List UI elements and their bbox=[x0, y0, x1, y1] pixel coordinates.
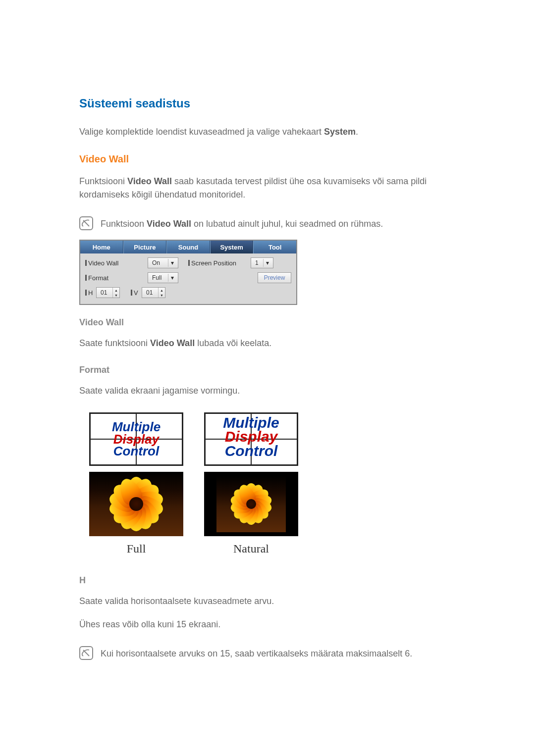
tabs-row: Home Picture Sound System Tool bbox=[80, 241, 296, 253]
svw-post: lubada või keelata. bbox=[195, 338, 271, 348]
note-text-1: Funktsioon Video Wall on lubatud ainult … bbox=[101, 216, 383, 231]
format-label-natural: Natural bbox=[233, 542, 269, 555]
label-v: V bbox=[131, 289, 139, 297]
diagram-text-natural: Multiple Display Control bbox=[223, 416, 279, 458]
dropdown-format[interactable]: Full ▾ bbox=[148, 272, 178, 283]
format-col-natural: Multiple Display Control Natural bbox=[204, 412, 298, 555]
note1-pre: Funktsioon bbox=[101, 219, 147, 229]
chevron-down-icon: ▾ bbox=[168, 259, 176, 267]
tab-picture[interactable]: Picture bbox=[123, 241, 167, 253]
note1-bold: Video Wall bbox=[147, 219, 191, 229]
sub-video-wall-text: Saate funktsiooni Video Wall lubada või … bbox=[79, 337, 456, 350]
note1-post: on lubatud ainult juhul, kui seadmed on … bbox=[191, 219, 383, 229]
format-col-full: Multiple Display Control Full bbox=[89, 412, 183, 555]
flower-icon bbox=[229, 482, 273, 526]
spinner-v-value: 01 bbox=[146, 289, 153, 296]
chevron-down-icon: ▼ bbox=[112, 293, 119, 298]
format-diagram-natural: Multiple Display Control bbox=[204, 412, 298, 466]
note-icon bbox=[79, 216, 93, 230]
sub-format-text: Saate valida ekraani jagamise vormingu. bbox=[79, 384, 456, 398]
subheading-video-wall: Video Wall bbox=[79, 317, 456, 328]
heading-video-wall: Video Wall bbox=[79, 153, 456, 165]
format-diagram-full: Multiple Display Control bbox=[89, 412, 183, 466]
spinner-v-buttons[interactable]: ▲▼ bbox=[158, 288, 165, 298]
dropdown-screen-position-value: 1 bbox=[255, 259, 259, 266]
flower-icon bbox=[107, 474, 166, 534]
sub-h-text-1: Saate valida horisontaalsete kuvaseadmet… bbox=[79, 595, 456, 608]
subheading-format: Format bbox=[79, 365, 456, 375]
chevron-down-icon: ▼ bbox=[158, 293, 165, 298]
panel-row-2: Format Full ▾ Preview bbox=[85, 272, 291, 283]
format-label-full: Full bbox=[127, 542, 146, 555]
tab-sound[interactable]: Sound bbox=[166, 241, 210, 253]
format-photo-natural bbox=[204, 472, 298, 536]
label-h: H bbox=[85, 289, 93, 297]
note-h-limit: Kui horisontaalsete arvuks on 15, saab v… bbox=[79, 646, 456, 660]
heading-system-settings: Süsteemi seadistus bbox=[79, 97, 456, 110]
vw-desc-pre: Funktsiooni bbox=[79, 176, 127, 186]
spinner-h-buttons[interactable]: ▲▼ bbox=[112, 288, 119, 298]
spinner-h-value: 01 bbox=[101, 289, 107, 296]
diagram-text-full: Multiple Display Control bbox=[112, 421, 160, 457]
intro-text-post: . bbox=[356, 127, 358, 137]
dropdown-format-value: Full bbox=[152, 274, 161, 281]
note-icon bbox=[79, 646, 93, 660]
format-photo-full bbox=[89, 472, 183, 536]
dropdown-video-wall-value: On bbox=[152, 259, 160, 266]
dropdown-screen-position[interactable]: 1 ▾ bbox=[251, 257, 273, 268]
chevron-down-icon: ▾ bbox=[168, 274, 176, 282]
settings-panel: Home Picture Sound System Tool Video Wal… bbox=[79, 240, 297, 305]
panel-body: Video Wall On ▾ Screen Position 1 ▾ Form… bbox=[80, 253, 296, 304]
chevron-up-icon: ▲ bbox=[112, 288, 119, 293]
intro-bold: System bbox=[324, 127, 356, 137]
chevron-up-icon: ▲ bbox=[158, 288, 165, 293]
subheading-h: H bbox=[79, 575, 456, 586]
label-video-wall: Video Wall bbox=[85, 259, 145, 267]
vw-desc-bold: Video Wall bbox=[127, 176, 172, 186]
spinner-v[interactable]: 01 ▲▼ bbox=[142, 287, 165, 298]
svw-bold: Video Wall bbox=[150, 338, 195, 348]
tab-tool[interactable]: Tool bbox=[253, 241, 296, 253]
panel-row-3: H 01 ▲▼ V 01 ▲▼ bbox=[85, 287, 291, 298]
tab-home[interactable]: Home bbox=[80, 241, 123, 253]
dropdown-video-wall[interactable]: On ▾ bbox=[148, 257, 178, 268]
label-screen-position: Screen Position bbox=[188, 259, 248, 267]
format-examples: Multiple Display Control Full Multiple D… bbox=[89, 412, 456, 555]
label-format: Format bbox=[85, 274, 145, 282]
intro-text-pre: Valige komplektide loendist kuvaseadmed … bbox=[79, 127, 324, 137]
note-video-wall-group: Funktsioon Video Wall on lubatud ainult … bbox=[79, 216, 456, 231]
video-wall-description: Funktsiooni Video Wall saab kasutada ter… bbox=[79, 175, 456, 202]
svw-pre: Saate funktsiooni bbox=[79, 338, 150, 348]
sub-h-text-2: Ühes reas võib olla kuni 15 ekraani. bbox=[79, 618, 456, 631]
panel-row-1: Video Wall On ▾ Screen Position 1 ▾ bbox=[85, 257, 291, 268]
intro-paragraph: Valige komplektide loendist kuvaseadmed … bbox=[79, 125, 456, 139]
note-text-2: Kui horisontaalsete arvuks on 15, saab v… bbox=[101, 646, 412, 660]
chevron-down-icon: ▾ bbox=[263, 259, 271, 267]
preview-button[interactable]: Preview bbox=[258, 272, 291, 283]
tab-system[interactable]: System bbox=[210, 241, 254, 253]
spinner-h[interactable]: 01 ▲▼ bbox=[96, 287, 120, 298]
